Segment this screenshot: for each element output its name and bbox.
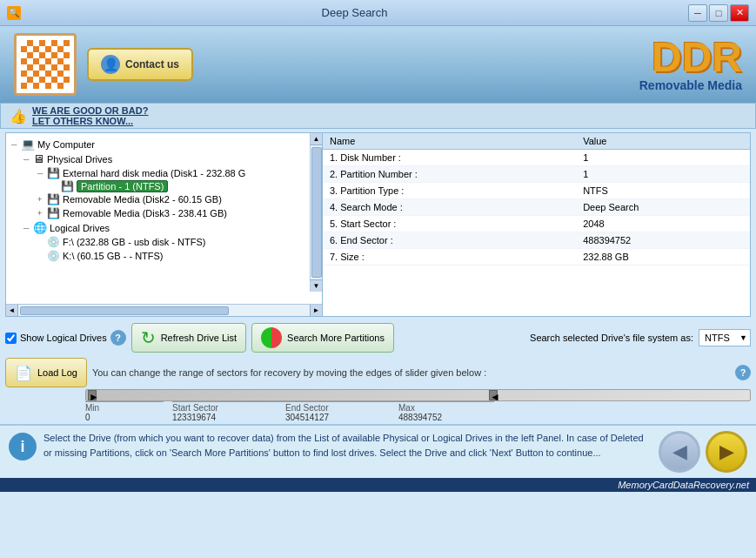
minimize-button[interactable]: ─ <box>688 4 707 22</box>
props-value-cell: NTFS <box>576 183 750 199</box>
sector-max-value: 488394752 <box>398 413 494 422</box>
tree-h-scrollbar[interactable]: ◄ ► <box>6 304 322 316</box>
sector-end-label: End Sector <box>285 401 398 413</box>
sector-max-col: Max 488394752 <box>398 401 494 422</box>
props-name-cell: 6. End Sector : <box>323 232 576 249</box>
logical-drives-help-icon[interactable]: ? <box>110 330 126 346</box>
fs-select[interactable]: NTFS FAT FAT32 exFAT <box>699 329 751 346</box>
sector-labels-row: Min 0 Start Sector 123319674 End Sector … <box>5 401 751 422</box>
sector-top-row: 📄 Load Log You can change the range of s… <box>5 358 751 387</box>
refresh-icon: ↻ <box>141 329 156 346</box>
scroll-right-arrow[interactable]: ► <box>310 305 322 317</box>
sector-min-value: 0 <box>85 413 164 422</box>
feedback-bar: 👍 WE ARE GOOD OR BAD? LET OTHERS KNOW... <box>0 103 756 129</box>
tree-item-logical-drives[interactable]: ─ 🌐 Logical Drives <box>10 220 306 235</box>
sector-start-value: 123319674 <box>172 413 285 422</box>
feedback-icon: 👍 <box>10 108 27 124</box>
h-scroll-thumb <box>20 306 229 315</box>
tree-item-external-hdd[interactable]: ─ 💾 External hard disk media (Disk1 - 23… <box>10 166 306 180</box>
props-row: 1. Disk Number : 1 <box>323 150 750 166</box>
props-name-cell: 3. Partition Type : <box>323 183 576 199</box>
props-name-cell: 7. Size : <box>323 249 576 266</box>
partition-pie-icon <box>261 327 282 348</box>
status-bar: i Select the Drive (from which you want … <box>0 424 756 478</box>
logo-checker-icon <box>21 40 70 89</box>
sector-max-label: Max <box>398 401 494 413</box>
load-log-button[interactable]: 📄 Load Log <box>5 358 87 387</box>
props-value-cell: Deep Search <box>576 199 750 216</box>
nav-buttons: ◀ ▶ <box>659 431 747 473</box>
slider-track[interactable]: ► ◄ <box>85 389 751 401</box>
tree-item-removable3[interactable]: + 💾 Removable Media (Disk3 - 238.41 GB) <box>10 206 306 220</box>
window-title: Deep Search <box>21 6 688 19</box>
maximize-button[interactable]: □ <box>709 4 728 22</box>
back-button[interactable]: ◀ <box>659 431 700 473</box>
props-row: 7. Size : 232.88 GB <box>323 249 750 266</box>
slider-right-handle[interactable]: ◄ <box>489 390 498 400</box>
props-row: 3. Partition Type : NTFS <box>323 183 750 199</box>
fs-label: Search selected Drive's file system as: <box>530 333 693 343</box>
slider-left-handle[interactable]: ► <box>88 390 97 400</box>
sector-description: You can change the range of sectors for … <box>92 367 730 378</box>
props-row: 4. Search Mode : Deep Search <box>323 199 750 216</box>
show-logical-drives-label: Show Logical Drives <box>20 333 107 343</box>
props-name-cell: 1. Disk Number : <box>323 150 576 166</box>
props-value-cell: 1 <box>576 166 750 183</box>
tree-panel: ▲ ▼ ─ 💻 My Computer ─ 🖥 Physical Drives <box>5 132 323 317</box>
properties-panel: Name Value 1. Disk Number : 1 2. Partiti… <box>323 132 751 317</box>
status-text: Select the Drive (from which you want to… <box>43 431 652 460</box>
scroll-down-arrow[interactable]: ▼ <box>311 279 323 292</box>
search-more-partitions-button[interactable]: Search More Partitions <box>251 323 394 353</box>
titlebar: 🔍 Deep Search ─ □ ✕ <box>0 0 756 26</box>
next-button[interactable]: ▶ <box>706 431 747 473</box>
props-name-cell: 5. Start Sector : <box>323 216 576 232</box>
tree-item-partition1[interactable]: 💾 Partition - 1 (NTFS) <box>10 180 306 192</box>
header: 👤 Contact us DDR Removable Media <box>0 26 756 103</box>
contact-icon: 👤 <box>101 55 120 74</box>
refresh-drive-list-button[interactable]: ↻ Refresh Drive List <box>131 323 246 353</box>
props-name-header: Name <box>323 133 576 150</box>
info-icon: i <box>9 433 37 461</box>
props-row: 2. Partition Number : 1 <box>323 166 750 183</box>
fs-select-wrapper: NTFS FAT FAT32 exFAT ▼ <box>699 329 751 346</box>
ddr-logo: DDR Removable Media <box>639 37 742 92</box>
load-log-icon: 📄 <box>15 365 32 381</box>
props-value-cell: 232.88 GB <box>576 249 750 266</box>
props-value-cell: 2048 <box>576 216 750 232</box>
show-logical-drives-row: Show Logical Drives ? <box>5 330 126 346</box>
sector-area: 📄 Load Log You can change the range of s… <box>0 355 756 424</box>
scroll-left-arrow[interactable]: ◄ <box>6 305 18 317</box>
main-panels: ▲ ▼ ─ 💻 My Computer ─ 🖥 Physical Drives <box>0 129 756 320</box>
props-value-cell: 488394752 <box>576 232 750 249</box>
controls-row: Show Logical Drives ? ↻ Refresh Drive Li… <box>0 320 756 355</box>
fs-select-row: Search selected Drive's file system as: … <box>530 329 751 346</box>
scroll-up-arrow[interactable]: ▲ <box>311 133 323 145</box>
sector-start-label: Start Sector <box>172 401 285 413</box>
footer-brand: MemoryCardDataRecovery.net <box>0 478 756 492</box>
show-logical-drives-checkbox[interactable] <box>5 333 17 344</box>
tree-item-removable2[interactable]: + 💾 Removable Media (Disk2 - 60.15 GB) <box>10 192 306 206</box>
slider-row: ► ◄ <box>5 387 751 401</box>
props-name-cell: 2. Partition Number : <box>323 166 576 183</box>
sector-start-col: Start Sector 123319674 <box>172 401 285 422</box>
tree-item-f-drive[interactable]: 💿 F:\ (232.88 GB - usb disk - NTFS) <box>10 235 306 249</box>
scroll-thumb <box>311 147 322 278</box>
app-icon: 🔍 <box>7 6 21 20</box>
props-value-cell: 1 <box>576 150 750 166</box>
tree-item-k-drive[interactable]: 💿 K:\ (60.15 GB - - NTFS) <box>10 249 306 263</box>
tree-item-my-computer[interactable]: ─ 💻 My Computer <box>10 137 306 151</box>
tree-item-physical-drives[interactable]: ─ 🖥 Physical Drives <box>10 151 306 166</box>
contact-button[interactable]: 👤 Contact us <box>87 48 193 81</box>
props-value-header: Value <box>576 133 750 150</box>
logo-box <box>14 33 77 96</box>
feedback-text[interactable]: WE ARE GOOD OR BAD? LET OTHERS KNOW... <box>32 105 148 126</box>
sector-help-icon[interactable]: ? <box>735 365 751 380</box>
props-row: 5. Start Sector : 2048 <box>323 216 750 232</box>
close-button[interactable]: ✕ <box>730 4 749 22</box>
sector-end-value: 304514127 <box>285 413 398 422</box>
props-row: 6. End Sector : 488394752 <box>323 232 750 249</box>
props-name-cell: 4. Search Mode : <box>323 199 576 216</box>
sector-min-col: Min 0 <box>85 401 164 422</box>
sector-end-col: End Sector 304514127 <box>285 401 398 422</box>
